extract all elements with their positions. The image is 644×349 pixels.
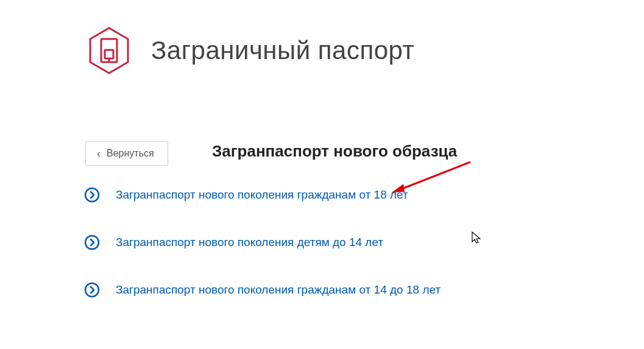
link-item-teens[interactable]: Загранпаспорт нового поколения гражданам… bbox=[84, 282, 441, 298]
page-header: Заграничный паспорт bbox=[84, 26, 414, 76]
svg-line-7 bbox=[397, 162, 470, 191]
back-button[interactable]: ‹ Вернуться bbox=[85, 141, 168, 166]
chevron-right-circle-icon bbox=[84, 234, 100, 250]
link-item-children[interactable]: Загранпаспорт нового поколения детям до … bbox=[84, 234, 441, 250]
link-label: Загранпаспорт нового поколения гражданам… bbox=[116, 283, 441, 297]
link-list: Загранпаспорт нового поколения гражданам… bbox=[84, 187, 441, 330]
back-button-label: Вернуться bbox=[107, 148, 154, 159]
link-item-adults[interactable]: Загранпаспорт нового поколения гражданам… bbox=[84, 187, 441, 203]
svg-rect-2 bbox=[105, 50, 113, 58]
chevron-left-icon: ‹ bbox=[97, 148, 101, 159]
link-label: Загранпаспорт нового поколения детям до … bbox=[116, 236, 383, 249]
svg-point-4 bbox=[85, 188, 99, 202]
link-label: Загранпаспорт нового поколения гражданам… bbox=[116, 188, 408, 202]
chevron-right-circle-icon bbox=[84, 187, 100, 203]
chevron-right-circle-icon bbox=[84, 282, 100, 298]
passport-icon bbox=[84, 26, 134, 76]
page-title: Заграничный паспорт bbox=[151, 36, 414, 65]
section-title: Загранпаспорт нового образца bbox=[212, 142, 457, 161]
svg-point-6 bbox=[85, 283, 99, 297]
cursor-icon bbox=[471, 231, 482, 244]
svg-point-5 bbox=[85, 236, 99, 249]
